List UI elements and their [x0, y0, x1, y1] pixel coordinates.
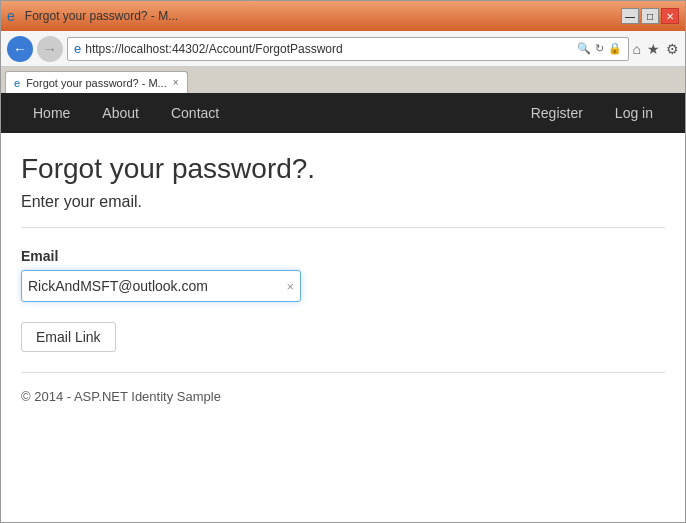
- email-label: Email: [21, 248, 665, 264]
- title-bar: e Forgot your password? - M... — □ ✕: [1, 1, 685, 31]
- bottom-divider: [21, 372, 665, 373]
- search-icon: 🔍: [577, 42, 591, 55]
- email-form-group: Email ×: [21, 248, 665, 302]
- minimize-button[interactable]: —: [621, 8, 639, 24]
- address-text: https://localhost:44302/Account/ForgotPa…: [85, 42, 572, 56]
- ie-logo-icon: e: [74, 41, 81, 56]
- tab-bar: e Forgot your password? - M... ×: [1, 67, 685, 93]
- refresh-icon: ↻: [595, 42, 604, 55]
- browser-content: Home About Contact Register Log in Forgo…: [1, 93, 685, 522]
- page-title: Forgot your password?.: [21, 153, 665, 185]
- tab-close-button[interactable]: ×: [173, 77, 179, 88]
- address-icons: 🔍 ↻ 🔒: [577, 42, 622, 55]
- close-button[interactable]: ✕: [661, 8, 679, 24]
- top-divider: [21, 227, 665, 228]
- nav-register[interactable]: Register: [515, 93, 599, 133]
- toolbar-icons: ⌂ ★ ⚙: [633, 41, 679, 57]
- title-bar-left: e Forgot your password? - M...: [7, 8, 178, 24]
- nav-right: Register Log in: [515, 93, 669, 133]
- nav-left: Home About Contact: [17, 93, 235, 133]
- page-content: Forgot your password?. Enter your email.…: [1, 133, 685, 522]
- nav-home[interactable]: Home: [17, 93, 86, 133]
- favorites-icon[interactable]: ★: [647, 41, 660, 57]
- window-icon: e: [7, 8, 15, 24]
- settings-icon[interactable]: ⚙: [666, 41, 679, 57]
- address-input-wrap[interactable]: e https://localhost:44302/Account/Forgot…: [67, 37, 629, 61]
- tab-label: Forgot your password? - M...: [26, 77, 167, 89]
- window-title: Forgot your password? - M...: [25, 9, 178, 23]
- nav-login[interactable]: Log in: [599, 93, 669, 133]
- browser-tab[interactable]: e Forgot your password? - M... ×: [5, 71, 188, 93]
- nav-about[interactable]: About: [86, 93, 155, 133]
- email-link-button[interactable]: Email Link: [21, 322, 116, 352]
- tab-ie-logo-icon: e: [14, 77, 20, 89]
- nav-contact[interactable]: Contact: [155, 93, 235, 133]
- page-subtitle: Enter your email.: [21, 193, 665, 211]
- nav-menu: Home About Contact Register Log in: [1, 93, 685, 133]
- lock-icon: 🔒: [608, 42, 622, 55]
- address-bar: ← → e https://localhost:44302/Account/Fo…: [1, 31, 685, 67]
- maximize-button[interactable]: □: [641, 8, 659, 24]
- footer-text: © 2014 - ASP.NET Identity Sample: [21, 389, 665, 404]
- forward-button[interactable]: →: [37, 36, 63, 62]
- back-button[interactable]: ←: [7, 36, 33, 62]
- browser-window: e Forgot your password? - M... — □ ✕ ← →…: [0, 0, 686, 523]
- email-input-wrap[interactable]: ×: [21, 270, 301, 302]
- home-icon[interactable]: ⌂: [633, 41, 641, 57]
- title-bar-controls: — □ ✕: [621, 8, 679, 24]
- email-input[interactable]: [28, 278, 286, 294]
- clear-input-button[interactable]: ×: [286, 279, 294, 294]
